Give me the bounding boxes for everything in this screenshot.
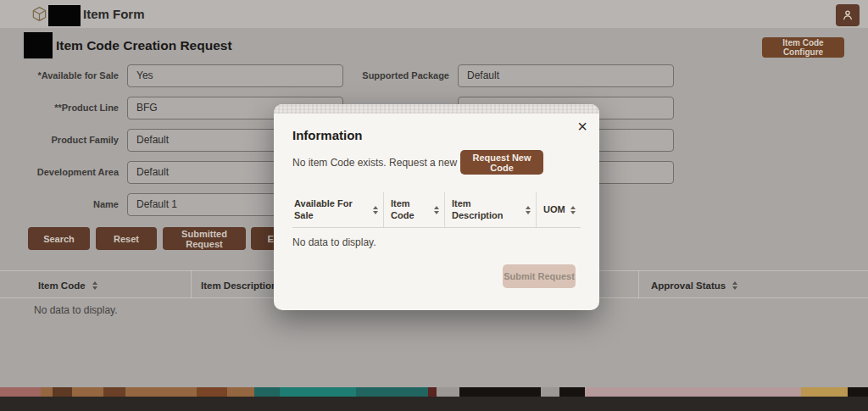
field-label: *Available for Sale [0, 64, 127, 87]
column-label: Item Description [201, 280, 277, 291]
user-button[interactable] [836, 4, 860, 26]
field-value: Yes [136, 69, 153, 81]
app-title: Item Form [83, 0, 145, 28]
sort-icon[interactable] [92, 281, 97, 290]
field-value: Default [136, 166, 169, 178]
sort-icon[interactable] [570, 206, 576, 214]
field-label: Supported Package [352, 64, 458, 87]
column-divider [638, 270, 639, 298]
sort-icon[interactable] [526, 206, 531, 214]
field-value: Default [136, 134, 169, 146]
close-icon[interactable]: × [577, 118, 587, 135]
sort-icon[interactable] [373, 206, 378, 214]
form-row-supported-package: Supported Package Default [352, 64, 674, 87]
column-label: Available For Sale [294, 198, 368, 222]
column-label: UOM [543, 204, 565, 216]
column-label: Approval Status [651, 280, 726, 291]
app-header: Item Form [0, 0, 868, 28]
column-header-uom[interactable]: UOM [537, 192, 581, 227]
decorative-footer-stripe [0, 387, 868, 397]
redacted-block [24, 32, 53, 58]
available-for-sale-select[interactable]: Yes [127, 64, 343, 87]
request-new-code-button[interactable]: Request New Code [460, 150, 543, 175]
column-label: Item Code [38, 280, 86, 291]
field-label: Development Area [0, 161, 127, 184]
field-label: Product Family [0, 129, 127, 152]
column-header-item-code[interactable]: Item Code [38, 271, 97, 299]
item-code-configure-button[interactable]: Item Code Configure [762, 37, 844, 58]
submit-request-button[interactable]: Submit Request [503, 264, 576, 288]
sort-icon[interactable] [732, 281, 737, 290]
column-label: Item Description [452, 198, 520, 222]
form-row-available-for-sale: *Available for Sale Yes [0, 64, 343, 87]
redacted-block [48, 5, 81, 26]
column-header-item-description[interactable]: Item Description [445, 192, 537, 227]
bottom-bar [0, 397, 868, 411]
sort-icon[interactable] [434, 206, 439, 214]
search-button[interactable]: Search [28, 227, 90, 250]
dialog-table-header: Available For Sale Item Code Item Descri… [292, 192, 581, 228]
supported-package-select[interactable]: Default [458, 64, 674, 87]
dialog-table: Available For Sale Item Code Item Descri… [292, 192, 581, 228]
field-label: **Product Line [0, 97, 127, 119]
column-header-available-for-sale[interactable]: Available For Sale [292, 192, 384, 227]
field-label: Name [0, 193, 127, 216]
column-header-item-code[interactable]: Item Code [384, 192, 445, 227]
column-label: Item Code [391, 198, 429, 222]
field-value: Default 1 [136, 198, 177, 210]
dialog-empty-text: No data to display. [292, 236, 376, 248]
page-title: Item Code Creation Request [56, 32, 232, 58]
column-divider [191, 270, 192, 298]
field-value: BFG [136, 102, 158, 114]
information-dialog: × Information No item Code exists. Reque… [274, 104, 599, 310]
submitted-request-button[interactable]: Submitted Request [163, 227, 246, 250]
dialog-title: Information [292, 128, 363, 142]
column-header-approval-status[interactable]: Approval Status [651, 271, 737, 299]
reset-button[interactable]: Reset [96, 227, 157, 250]
field-value: Default [467, 69, 499, 81]
dialog-drag-handle[interactable] [274, 104, 599, 114]
package-cube-icon [31, 6, 47, 22]
person-icon [841, 8, 854, 22]
results-empty-text: No data to display. [34, 304, 118, 316]
